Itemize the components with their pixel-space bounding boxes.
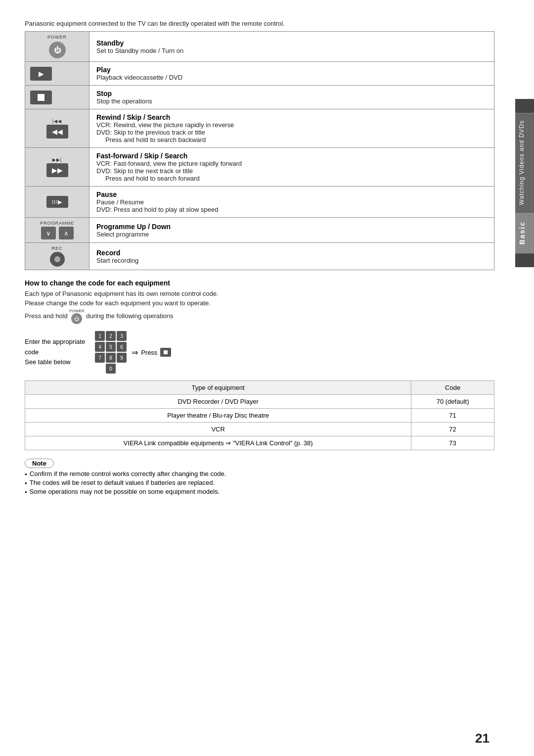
stop-icon bbox=[30, 91, 52, 104]
equip-col1-header: Type of equipment bbox=[25, 381, 411, 395]
arrow-symbol: ⇒ bbox=[132, 348, 138, 357]
programme-icon-cell: PROGRAMME ∨ ∧ bbox=[25, 218, 89, 243]
programme-desc: Programme Up / Down Select programme bbox=[89, 218, 494, 243]
numpad-2: 2 bbox=[106, 331, 116, 341]
table-row: ▶ Play Playback videocassette / DVD bbox=[25, 62, 494, 86]
how-to-line2: Please change the code for each equipmen… bbox=[25, 299, 494, 307]
equip-code-cell: 73 bbox=[411, 436, 494, 450]
equip-table-row: VCR72 bbox=[25, 423, 494, 436]
programme-buttons: ∨ ∧ bbox=[41, 227, 74, 239]
ff-desc: Fast-forward / Skip / Search VCR: Fast-f… bbox=[89, 148, 494, 187]
numpad-7: 7 bbox=[95, 353, 105, 363]
equip-type-cell: Player theatre / Blu-ray Disc theatre bbox=[25, 409, 411, 423]
note-list: Confirm if the remote control works corr… bbox=[25, 470, 494, 495]
note-label: Note bbox=[25, 459, 54, 468]
note-item: Confirm if the remote control works corr… bbox=[25, 470, 494, 477]
how-to-section: How to change the code for each equipmen… bbox=[25, 279, 494, 324]
numpad-5: 5 bbox=[106, 342, 116, 352]
pause-title: Pause bbox=[96, 190, 487, 198]
note-label-box: Note bbox=[25, 459, 494, 467]
standby-icon-cell: POWER ⏻ bbox=[25, 32, 89, 62]
ff-icon-wrapper: ▶▶| ▶▶ bbox=[30, 157, 84, 177]
record-desc: Record Start recording bbox=[89, 243, 494, 270]
pause-subtitle: Pause / Resume DVD: Press and hold to pl… bbox=[96, 198, 487, 213]
press-label: Press bbox=[141, 349, 157, 356]
ff-icon-cell: ▶▶| ▶▶ bbox=[25, 148, 89, 187]
ff-icon: ▶▶ bbox=[46, 163, 68, 177]
numpad-9: 9 bbox=[117, 353, 127, 363]
power-hold-icon-wrap: POWER ⏻ bbox=[69, 309, 84, 324]
numpad-1: 1 bbox=[95, 331, 105, 341]
code-entry-text: Enter the appropriatecodeSee table below bbox=[25, 337, 85, 368]
ff-top-label: ▶▶| bbox=[52, 157, 62, 162]
equip-table-row: DVD Recorder / DVD Player70 (default) bbox=[25, 395, 494, 409]
rewind-icon-cell: |◀◀ ◀◀ bbox=[25, 109, 89, 148]
power-label: POWER bbox=[47, 35, 67, 40]
play-desc: Play Playback videocassette / DVD bbox=[89, 62, 494, 86]
table-row: REC Record Start recording bbox=[25, 243, 494, 270]
side-tab-top-label: Watching Videos and DVDs bbox=[515, 113, 534, 212]
pause-desc: Pause Pause / Resume DVD: Press and hold… bbox=[89, 187, 494, 218]
programme-label: PROGRAMME bbox=[40, 221, 74, 226]
side-tab-bottom-label: Basic bbox=[515, 212, 534, 253]
page-content: Panasonic equipment connected to the TV … bbox=[25, 20, 494, 726]
equip-code-cell: 70 (default) bbox=[411, 395, 494, 409]
rewind-title: Rewind / Skip / Search bbox=[96, 113, 487, 121]
programme-subtitle: Select programme bbox=[96, 231, 487, 238]
record-title: Record bbox=[96, 249, 487, 257]
table-row: Stop Stop the operations bbox=[25, 86, 494, 109]
rec-label: REC bbox=[51, 246, 62, 251]
table-row: |◀◀ ◀◀ Rewind / Skip / Search VCR: Rewin… bbox=[25, 109, 494, 148]
stop-title: Stop bbox=[96, 90, 487, 97]
equip-type-cell: VIERA Link compatible equipments ⇒ "VIER… bbox=[25, 436, 411, 450]
table-row: POWER ⏻ Standby Set to Standby mode / Tu… bbox=[25, 32, 494, 62]
table-row: II/▶ Pause Pause / Resume DVD: Press and… bbox=[25, 187, 494, 218]
note-item: The codes will be reset to default value… bbox=[25, 479, 494, 486]
power-hold-icon: ⏻ bbox=[71, 313, 82, 324]
pause-icon: II/▶ bbox=[46, 196, 68, 208]
power-button-icon: ⏻ bbox=[49, 42, 66, 58]
side-tab: Watching Videos and DVDs Basic bbox=[515, 99, 534, 267]
equip-code-cell: 72 bbox=[411, 423, 494, 436]
standby-icon-wrapper: POWER ⏻ bbox=[30, 35, 84, 58]
rewind-icon: ◀◀ bbox=[46, 125, 68, 139]
intro-text: Panasonic equipment connected to the TV … bbox=[25, 20, 494, 27]
numpad-area: 1 2 3 4 5 6 7 8 9 0 ⇒ Press bbox=[95, 331, 171, 374]
how-to-line3: Press and hold POWER ⏻ during the follow… bbox=[25, 309, 494, 324]
numpad-grid: 1 2 3 4 5 6 7 8 9 0 bbox=[95, 331, 127, 374]
page-number: 21 bbox=[475, 731, 490, 746]
record-icon-wrapper: REC bbox=[30, 246, 84, 267]
standby-desc: Standby Set to Standby mode / Turn on bbox=[89, 32, 494, 62]
record-icon-cell: REC bbox=[25, 243, 89, 270]
programme-down-icon: ∨ bbox=[41, 227, 56, 239]
stop-small-icon bbox=[160, 348, 171, 357]
table-row: ▶▶| ▶▶ Fast-forward / Skip / Search VCR:… bbox=[25, 148, 494, 187]
standby-subtitle: Set to Standby mode / Turn on bbox=[96, 47, 487, 54]
programme-icon-wrapper: PROGRAMME ∨ ∧ bbox=[30, 221, 84, 239]
rewind-subtitle: VCR: Rewind, view the picture rapidly in… bbox=[96, 121, 487, 143]
numpad-0: 0 bbox=[106, 364, 116, 374]
play-title: Play bbox=[96, 66, 487, 74]
programme-title: Programme Up / Down bbox=[96, 223, 487, 231]
how-to-heading: How to change the code for each equipmen… bbox=[25, 279, 494, 287]
controls-table: POWER ⏻ Standby Set to Standby mode / Tu… bbox=[25, 31, 494, 270]
how-to-line1: Each type of Panasonic equipment has its… bbox=[25, 290, 494, 297]
equipment-table: Type of equipment Code DVD Recorder / DV… bbox=[25, 380, 494, 450]
pause-icon-cell: II/▶ bbox=[25, 187, 89, 218]
standby-title: Standby bbox=[96, 39, 487, 47]
numpad-6: 6 bbox=[117, 342, 127, 352]
table-row: PROGRAMME ∨ ∧ Programme Up / Down Select… bbox=[25, 218, 494, 243]
record-subtitle: Start recording bbox=[96, 257, 487, 264]
rewind-top-label: |◀◀ bbox=[52, 119, 62, 124]
stop-subtitle: Stop the operations bbox=[96, 97, 487, 105]
arrow-press: ⇒ Press bbox=[132, 348, 171, 357]
ff-title: Fast-forward / Skip / Search bbox=[96, 152, 487, 160]
equip-code-cell: 71 bbox=[411, 409, 494, 423]
numpad-4: 4 bbox=[95, 342, 105, 352]
equip-table-row: Player theatre / Blu-ray Disc theatre71 bbox=[25, 409, 494, 423]
equip-type-cell: VCR bbox=[25, 423, 411, 436]
stop-icon-cell bbox=[25, 86, 89, 109]
stop-desc: Stop Stop the operations bbox=[89, 86, 494, 109]
ff-subtitle: VCR: Fast-forward, view the picture rapi… bbox=[96, 160, 487, 182]
code-entry-row: Enter the appropriatecodeSee table below… bbox=[25, 331, 494, 374]
